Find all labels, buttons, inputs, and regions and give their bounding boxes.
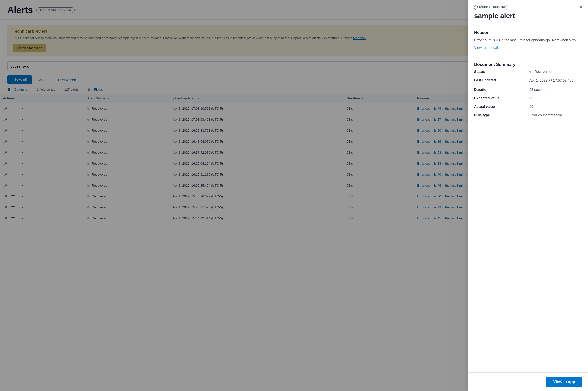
actual-value: 49: [529, 105, 582, 109]
panel-footer: View in app: [468, 372, 588, 391]
duration-label: Duration: [474, 88, 527, 92]
panel-title: sample alert: [474, 12, 582, 20]
doc-summary-section: Document Summary Status Recovered Last u…: [474, 62, 582, 117]
rule-type-value: Error count threshold: [529, 113, 582, 117]
expected-value-label: Expected value: [474, 96, 527, 100]
reason-section: Reason Error count is 49 in the last 1 m…: [474, 30, 582, 50]
alert-detail-panel: ✕ TECHNICAL PREVIEW sample alert Reason …: [468, 0, 588, 391]
panel-body: Reason Error count is 49 in the last 1 m…: [468, 24, 588, 372]
duration-value: 63 seconds: [529, 88, 582, 92]
expected-value: 25: [529, 96, 582, 100]
status-label: Status: [474, 70, 527, 74]
view-in-app-button[interactable]: View in app: [546, 377, 582, 387]
actual-value-label: Actual value: [474, 105, 527, 109]
close-button[interactable]: ✕: [579, 4, 583, 10]
doc-summary-title: Document Summary: [474, 62, 582, 67]
last-updated-value: Apr 1, 2022 @ 17:07:07.485: [529, 78, 582, 83]
panel-tech-badge: TECHNICAL PREVIEW: [474, 5, 508, 10]
panel-header: ✕ TECHNICAL PREVIEW sample alert: [468, 0, 588, 24]
reason-section-title: Reason: [474, 30, 582, 35]
reason-text: Error count is 49 in the last 1 min for …: [474, 38, 582, 43]
doc-summary-grid: Status Recovered Last updated Apr 1, 202…: [474, 70, 582, 117]
view-rule-details-link[interactable]: View rule details: [474, 46, 500, 50]
rule-type-label: Rule type: [474, 113, 527, 117]
last-updated-label: Last updated: [474, 78, 527, 83]
section-divider: [474, 57, 582, 57]
status-dot: [529, 71, 531, 73]
status-value: Recovered: [529, 70, 582, 74]
